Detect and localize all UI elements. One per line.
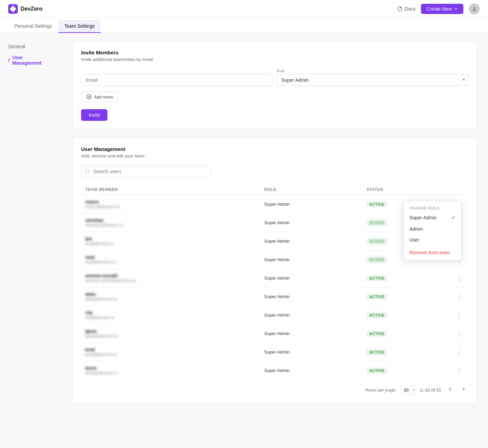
logo-icon — [8, 4, 18, 14]
status-badge: ACTIVE — [367, 201, 387, 207]
topnav-right: Docs Create New — [397, 3, 480, 14]
topnav: DevZero Docs Create New — [0, 0, 488, 18]
user-management-desc: Add, remove and edit your team — [81, 153, 468, 158]
rows-select-wrap: 10 25 50 ▾ — [401, 386, 416, 394]
role-select[interactable]: Super Admin Admin User — [277, 74, 468, 86]
col-team-member: Team Member — [81, 184, 260, 195]
member-role: Super Admin — [260, 306, 362, 324]
dropdown-item-remove[interactable]: Remove from team — [404, 247, 461, 258]
tab-personal-settings[interactable]: Personal Settings — [8, 20, 58, 33]
svg-line-5 — [88, 172, 89, 173]
member-name: kevin — [85, 366, 256, 371]
tab-team-settings[interactable]: Team Settings — [58, 20, 101, 33]
member-email: everton.morath@devzero.io — [85, 278, 256, 283]
create-new-button[interactable]: Create New — [421, 4, 463, 14]
prev-page-button[interactable] — [445, 385, 455, 395]
status-badge: ACTIVE — [367, 220, 387, 226]
search-icon — [85, 168, 90, 175]
member-name: rob — [85, 310, 256, 315]
sidebar: General / User Management — [0, 33, 62, 448]
status-badge: ACTIVE — [367, 275, 387, 281]
member-role: Super Admin — [260, 343, 362, 361]
member-role: Super Admin — [260, 214, 362, 232]
member-name: christian — [85, 218, 256, 223]
status-badge: ACTIVE — [367, 312, 387, 318]
status-badge: ACTIVE — [367, 257, 387, 263]
logo-diamond — [10, 5, 16, 12]
invite-members-title: Invite Members — [81, 50, 468, 55]
table-row: ignas ignas@devzero.io Super Admin ACTIV… — [81, 324, 468, 343]
table-row: rob rob@devzero.io Super Admin ACTIVE ⋮ — [81, 306, 468, 324]
role-select-group: Role Super Admin Admin User ▾ — [277, 69, 468, 86]
member-role: Super Admin — [260, 324, 362, 343]
member-name: ignas — [85, 329, 256, 334]
member-role: Super Admin — [260, 269, 362, 287]
member-email: kevin@devzero.io — [85, 371, 256, 375]
table-row: kevin kevin@devzero.io Super Admin ACTIV… — [81, 361, 468, 380]
tabbar: Personal Settings Team Settings — [0, 18, 488, 33]
docs-link[interactable]: Docs — [397, 6, 415, 12]
sidebar-item-user-management[interactable]: / User Management — [0, 52, 61, 68]
status-badge: ACTIVE — [367, 294, 387, 300]
member-role: Super Admin — [260, 251, 362, 269]
layout: General / User Management Invite Members… — [0, 33, 488, 448]
member-email: stuti@devzero.io — [85, 260, 256, 265]
chevron-down-icon — [454, 7, 458, 11]
email-group — [81, 74, 273, 86]
add-more-button[interactable]: Add more — [81, 91, 118, 102]
user-management-title: User Management — [81, 146, 468, 152]
col-role: Role — [260, 184, 362, 195]
row-more-button[interactable]: ⋮ — [454, 311, 464, 319]
member-role: Super Admin — [260, 195, 362, 214]
member-role: Super Admin — [260, 287, 362, 306]
status-badge: ACTIVE — [367, 331, 387, 337]
table-row: brad brad@devzero.io Super Admin ACTIVE … — [81, 343, 468, 361]
avatar[interactable] — [469, 3, 480, 14]
rows-per-page-select[interactable]: 10 25 50 — [401, 386, 416, 394]
member-email: mauro@devzero.io — [85, 204, 256, 209]
role-label: Role — [277, 69, 468, 73]
member-name: mauro — [85, 199, 256, 204]
logo-text: DevZero — [21, 6, 42, 12]
docs-icon — [397, 6, 402, 11]
next-page-button[interactable] — [459, 385, 468, 395]
dropdown-item-super-admin[interactable]: Super Admin ✓ — [404, 212, 461, 223]
email-input[interactable] — [81, 74, 273, 86]
row-more-button[interactable]: ⋮ — [454, 274, 464, 282]
svg-point-4 — [85, 169, 89, 172]
row-action-dropdown: Change Role Super Admin ✓ Admin User Rem… — [403, 201, 462, 260]
main-content: Invite Members Invite additional teammat… — [62, 33, 488, 448]
member-email: debo@devzero.io — [85, 297, 256, 302]
sidebar-item-general[interactable]: General — [0, 41, 61, 52]
row-more-button[interactable]: ⋮ — [454, 367, 464, 374]
page-info: 1–10 of 21 — [420, 387, 441, 393]
plus-circle-icon — [86, 94, 92, 100]
member-name: everton.morath — [85, 273, 256, 278]
search-wrap — [81, 165, 211, 178]
invite-button[interactable]: Invite — [81, 109, 107, 121]
pagination: Rows per page: 10 25 50 ▾ 1–10 of 21 — [81, 380, 468, 395]
dropdown-item-admin[interactable]: Admin — [404, 223, 461, 234]
dropdown-item-user[interactable]: User — [404, 234, 461, 245]
invite-row: Role Super Admin Admin User ▾ — [81, 69, 468, 86]
status-badge: ACTIVE — [367, 368, 387, 374]
chevron-left-icon — [447, 386, 453, 392]
chevron-right-icon — [461, 386, 466, 392]
member-name: stuti — [85, 255, 256, 260]
dropdown-check-icon: ✓ — [451, 214, 456, 221]
user-avatar-icon — [471, 6, 477, 12]
member-email: brad@devzero.io — [85, 352, 256, 357]
search-input[interactable] — [81, 165, 211, 178]
table-row: debo debo@devzero.io Super Admin ACTIVE … — [81, 287, 468, 306]
row-more-button[interactable]: ⋮ — [454, 348, 464, 356]
member-email: tim@devzero.io — [85, 241, 256, 246]
status-badge: ACTIVE — [367, 238, 387, 244]
status-badge: ACTIVE — [367, 349, 387, 355]
member-email: rob@devzero.io — [85, 315, 256, 320]
sidebar-slash-icon: / — [8, 57, 10, 63]
svg-point-0 — [473, 7, 475, 9]
row-more-button[interactable]: ⋮ — [454, 293, 464, 300]
row-more-button[interactable]: ⋮ — [454, 330, 464, 337]
table-header: Team Member Role Status — [81, 184, 468, 195]
invite-members-desc: Invite additional teammates by email — [81, 57, 468, 62]
